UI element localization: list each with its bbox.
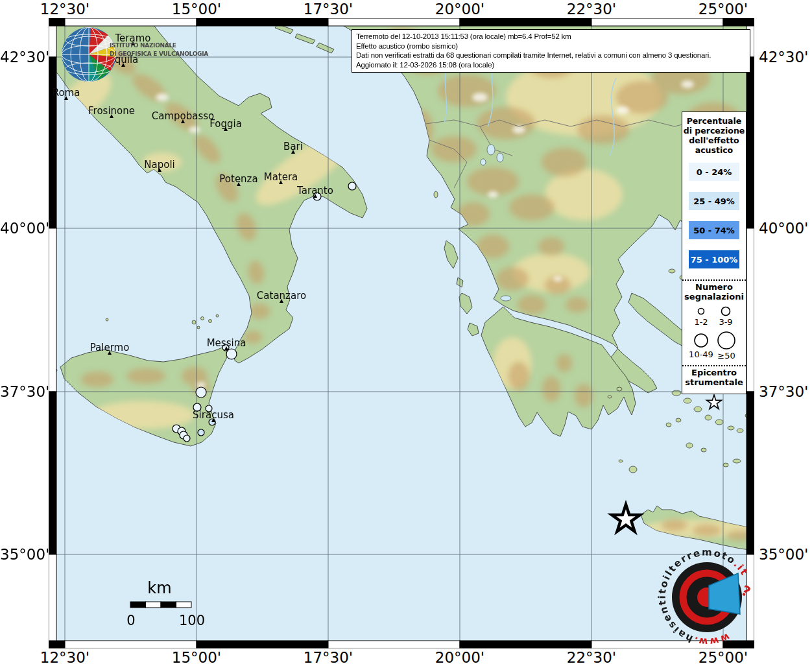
axis-label-top: 12°30' [40, 1, 90, 18]
signal-size-label: 10-49 [689, 350, 713, 359]
legend-title-line: Percentuale [682, 116, 746, 126]
city-marker-icon [181, 119, 185, 123]
legend: Percentualedi percezionedell'effettoacus… [682, 112, 746, 394]
legend-swatch: 0 - 24% [689, 163, 739, 181]
axis-label-bottom: 25°00' [699, 649, 748, 664]
legend-title-line: acustico [682, 145, 746, 155]
signal-size-label: 3-9 [719, 317, 732, 327]
legend-divider [682, 279, 746, 281]
city-marker-icon [110, 114, 113, 118]
legend-title-line: Epicentro [682, 368, 746, 377]
city-marker-icon [108, 351, 112, 355]
legend-epicenter-title: Epicentrostrumentale [682, 368, 746, 387]
scale-bar-graphic [130, 601, 193, 609]
felt-report-circle [348, 182, 356, 190]
axis-label-bottom: 12°30' [40, 649, 90, 664]
signal-size-circle [718, 332, 735, 349]
axis-label-right: 40°00' [759, 220, 808, 237]
city-marker-icon [64, 96, 68, 100]
scale-bar: km 0 100 [97, 579, 233, 631]
legend-swatch: 25 - 49% [689, 192, 739, 210]
felt-report-circle [198, 429, 204, 436]
signal-size-circle [695, 334, 708, 347]
event-info-line: Terremoto del 12-10-2013 15:11:53 (ora l… [356, 32, 746, 42]
legend-signals-title: Numerosegnalazioni [682, 282, 746, 302]
legend-title-line: segnalazioni [682, 292, 746, 302]
axis-label-left: 35°00' [0, 546, 45, 563]
axis-label-right: 42°30' [759, 49, 808, 65]
axis-label-top: 22°30' [567, 1, 616, 18]
city-marker-icon [158, 168, 161, 172]
city-marker-icon [224, 127, 228, 131]
city-marker-icon [279, 180, 283, 184]
axis-label-right: 35°00' [759, 546, 808, 563]
ingv-line2: DI GEOFISICA E VULCANOLOGIA [110, 51, 208, 57]
legend-title-line: dell'effetto [682, 136, 746, 145]
ingv-line1: ISTITUTO NAZIONALE [110, 42, 176, 49]
signal-size-circle [722, 307, 730, 316]
city-marker-icon [291, 150, 295, 154]
map-page: TeramoAquilaRomaFrosinoneCampobassoFoggi… [0, 0, 812, 664]
legend-percent-title: Percentualedi percezionedell'effettoacus… [682, 116, 746, 155]
hsit-logo: ? www.haisentitoilterremoto.it [655, 545, 759, 649]
signal-size-label: 1-2 [694, 317, 708, 327]
axis-label-right: 37°30' [759, 383, 808, 400]
scale-end-label: 100 [179, 613, 205, 628]
legend-title-line: strumentale [682, 377, 746, 387]
legend-title-line: di percezione [682, 126, 746, 136]
city-marker-icon [237, 182, 241, 186]
legend-divider-2 [682, 365, 746, 366]
event-info-line: Dati non verificati estratti da 68 quest… [356, 51, 746, 60]
axis-label-bottom: 15°00' [172, 649, 221, 664]
legend-percent-swatches: 0 - 24%25 - 49%50 - 74%75 - 100% [682, 163, 746, 268]
event-info-box: Terremoto del 12-10-2013 15:11:53 (ora l… [352, 29, 750, 73]
axis-label-left: 40°00' [0, 220, 45, 237]
city-marker-icon [121, 63, 125, 67]
scale-unit: km [147, 579, 171, 597]
scale-start-label: 0 [126, 613, 135, 628]
legend-epicenter-star-icon [701, 390, 727, 413]
signal-size-circle [699, 309, 704, 314]
event-info-line: Effetto acustico (rombo sismico) [356, 42, 746, 51]
axis-label-top: 25°00' [699, 1, 748, 18]
legend-swatch: 50 - 74% [689, 221, 739, 239]
event-info-line: Aggiornato il: 12-03-2026 15:08 (ora loc… [356, 60, 746, 70]
legend-swatch: 75 - 100% [689, 250, 739, 268]
axis-label-bottom: 22°30' [567, 649, 616, 664]
felt-report-circle [196, 387, 206, 397]
axis-label-bottom: 20°00' [435, 649, 484, 664]
axis-label-bottom: 17°30' [304, 649, 353, 664]
star-icon [707, 395, 722, 409]
ingv-wordmark: ISTITUTO NAZIONALE DI GEOFISICA E VULCAN… [110, 42, 208, 58]
city-marker-icon [280, 299, 283, 303]
city-marker-icon [224, 346, 228, 350]
axis-label-left: 37°30' [0, 383, 45, 400]
legend-title-line: Numero [682, 282, 746, 292]
city-marker-icon [313, 194, 317, 198]
legend-signal-sizes: 1-23-910-49≥50 [686, 303, 743, 362]
axis-label-left: 42°30' [0, 49, 45, 65]
felt-report-circle [184, 435, 190, 442]
felt-report-circle [226, 349, 237, 359]
axis-label-top: 20°00' [435, 1, 484, 18]
hsit-question-mark: ? [739, 582, 753, 600]
axis-label-top: 15°00' [172, 1, 221, 18]
city-marker-icon [211, 418, 215, 422]
signal-size-label: ≥50 [717, 351, 735, 361]
axis-label-top: 17°30' [304, 1, 353, 18]
